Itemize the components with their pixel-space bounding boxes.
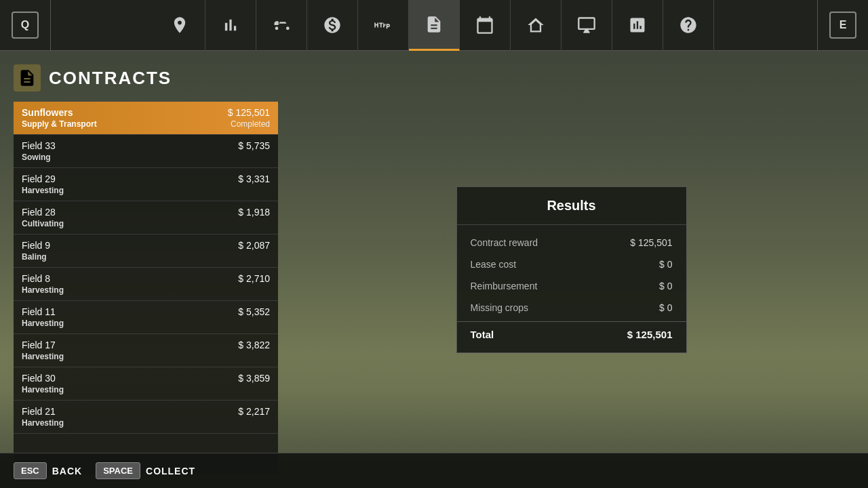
map-icon[interactable] — [155, 0, 205, 51]
contract-type-6: Harvesting — [22, 319, 64, 328]
bottom-key-0: ESC — [14, 462, 47, 479]
contract-type-8: Harvesting — [22, 385, 64, 394]
contract-value-4: $ 2,087 — [238, 240, 270, 251]
contract-type-5: Harvesting — [22, 285, 64, 295]
contract-item-1[interactable]: Field 33$ 5,735Sowing — [14, 135, 278, 168]
bottom-label-1: COLLECT — [146, 466, 195, 476]
contract-item-6[interactable]: Field 11$ 5,352Harvesting — [14, 301, 278, 334]
contract-item-3[interactable]: Field 28$ 1,918Cultivating — [14, 201, 278, 235]
contract-value-7: $ 3,822 — [238, 340, 270, 350]
contract-value-5: $ 2,710 — [238, 273, 270, 284]
contract-value-8: $ 3,859 — [238, 373, 270, 384]
contracts-title-text: CONTRACTS — [49, 68, 172, 89]
tractor-icon[interactable] — [256, 0, 307, 51]
contract-name-7: Field 17 — [22, 340, 56, 350]
results-row-value-0: $ 125,501 — [630, 237, 672, 248]
contract-name-2: Field 29 — [22, 174, 56, 184]
contract-name-6: Field 11 — [22, 306, 56, 317]
results-box: Results Contract reward$ 125,501Lease co… — [456, 186, 687, 353]
contract-item-8[interactable]: Field 30$ 3,859Harvesting — [14, 367, 278, 401]
results-row-label-1: Lease cost — [471, 259, 517, 270]
production-icon[interactable] — [612, 0, 663, 51]
results-panel: Results Contract reward$ 125,501Lease co… — [288, 64, 854, 474]
contract-item-4[interactable]: Field 9$ 2,087Baling — [14, 235, 278, 268]
contract-value-0: $ 125,501 — [228, 107, 270, 118]
results-row-label-2: Reimbursement — [471, 281, 538, 291]
contracts-nav-icon[interactable] — [409, 0, 460, 51]
results-row-value-2: $ 0 — [659, 281, 672, 291]
contracts-list[interactable]: Sunflowers$ 125,501Supply & TransportCom… — [14, 102, 278, 474]
results-row-0: Contract reward$ 125,501 — [457, 232, 686, 253]
contract-type-0: Supply & Transport — [22, 119, 97, 129]
results-row-2: Reimbursement$ 0 — [457, 275, 686, 297]
bottom-label-0: BACK — [52, 466, 82, 476]
contract-name-9: Field 21 — [22, 406, 56, 417]
bottom-button-1[interactable]: SPACECOLLECT — [96, 462, 195, 479]
results-row-value-3: $ 0 — [659, 302, 672, 313]
contract-item-0[interactable]: Sunflowers$ 125,501Supply & TransportCom… — [14, 102, 278, 135]
contract-value-9: $ 2,217 — [238, 406, 270, 417]
help-icon[interactable] — [663, 0, 714, 51]
contract-type-9: Harvesting — [22, 418, 64, 428]
results-row-value-1: $ 0 — [659, 259, 672, 270]
results-total-row: Total$ 125,501 — [457, 321, 686, 346]
e-key: E — [829, 12, 856, 39]
contract-value-2: $ 3,331 — [238, 174, 270, 184]
results-row-3: Missing crops$ 0 — [457, 297, 686, 319]
bottom-bar: ESCBACKSPACECOLLECT — [0, 453, 868, 488]
contract-type-2: Harvesting — [22, 186, 64, 195]
contract-item-2[interactable]: Field 29$ 3,331Harvesting — [14, 168, 278, 201]
bottom-key-1: SPACE — [96, 462, 140, 479]
contract-name-5: Field 8 — [22, 273, 50, 284]
results-row-label-0: Contract reward — [471, 237, 538, 248]
contract-type-1: Sowing — [22, 152, 51, 162]
contract-type-3: Cultivating — [22, 219, 64, 228]
results-rows: Contract reward$ 125,501Lease cost$ 0Rei… — [457, 225, 686, 352]
contract-name-3: Field 28 — [22, 207, 56, 218]
contract-item-5[interactable]: Field 8$ 2,710Harvesting — [14, 268, 278, 301]
e-key-button[interactable]: E — [817, 0, 868, 51]
contract-name-1: Field 33 — [22, 140, 56, 151]
screen-icon[interactable] — [561, 0, 612, 51]
farm-icon[interactable] — [511, 0, 561, 51]
contracts-title: CONTRACTS — [14, 64, 278, 92]
results-row-label-3: Missing crops — [471, 302, 529, 313]
animals-icon[interactable] — [358, 0, 409, 51]
results-title: Results — [457, 187, 686, 225]
q-key: Q — [12, 12, 39, 39]
stats-icon[interactable] — [205, 0, 256, 51]
contract-type-4: Baling — [22, 252, 47, 262]
money-icon[interactable] — [307, 0, 358, 51]
contract-name-0: Sunflowers — [22, 107, 73, 118]
contracts-panel-icon — [14, 64, 41, 92]
calendar-icon[interactable] — [460, 0, 511, 51]
nav-icons — [51, 0, 817, 51]
contract-name-4: Field 9 — [22, 240, 50, 251]
contracts-panel: CONTRACTS Sunflowers$ 125,501Supply & Tr… — [14, 64, 278, 474]
results-total-value: $ 125,501 — [627, 329, 673, 340]
results-total-label: Total — [471, 329, 494, 340]
contract-type-7: Harvesting — [22, 352, 64, 361]
top-navigation: Q — [0, 0, 868, 51]
contract-value-1: $ 5,735 — [238, 140, 270, 151]
q-key-button[interactable]: Q — [0, 0, 51, 51]
contract-value-3: $ 1,918 — [238, 207, 270, 218]
main-content: CONTRACTS Sunflowers$ 125,501Supply & Tr… — [0, 51, 868, 488]
contract-item-9[interactable]: Field 21$ 2,217Harvesting — [14, 401, 278, 434]
contract-name-8: Field 30 — [22, 373, 56, 384]
results-row-1: Lease cost$ 0 — [457, 253, 686, 275]
contract-status-0: Completed — [231, 119, 270, 129]
contract-item-7[interactable]: Field 17$ 3,822Harvesting — [14, 334, 278, 367]
bottom-button-0[interactable]: ESCBACK — [14, 462, 82, 479]
contract-value-6: $ 5,352 — [238, 306, 270, 317]
